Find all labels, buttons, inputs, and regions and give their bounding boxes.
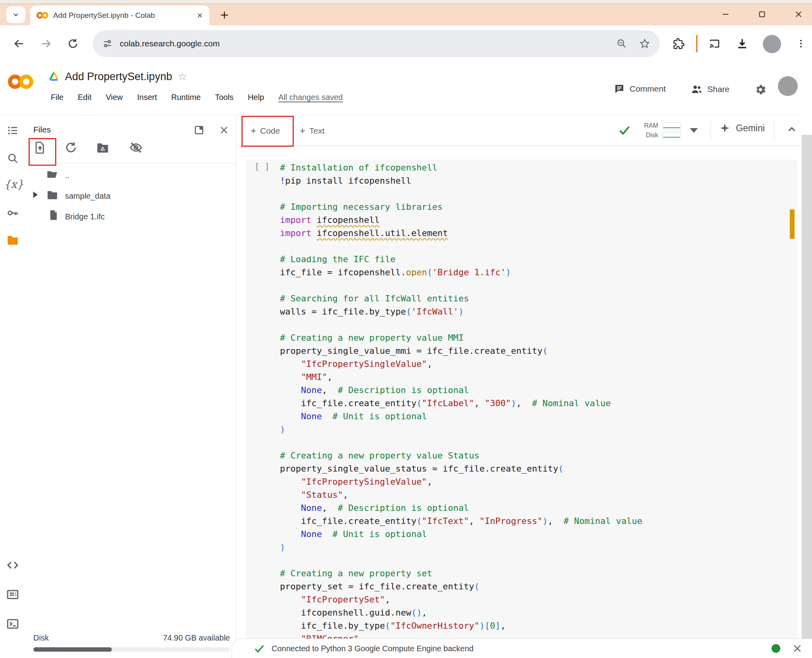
code-line[interactable] [280, 554, 642, 567]
code-line[interactable]: walls = ifc_file.by_type('IfcWall') [280, 305, 642, 318]
code-line[interactable] [280, 187, 642, 200]
toggle-hidden-files-button[interactable] [128, 140, 144, 155]
code-line[interactable]: "MMI", [280, 370, 642, 384]
site-info-icon[interactable] [102, 38, 113, 49]
runtime-dropdown-caret[interactable] [690, 128, 698, 133]
comment-button[interactable]: Comment [614, 83, 666, 94]
reload-button[interactable] [63, 34, 82, 53]
sidebar-item-code-snippets[interactable] [6, 558, 20, 572]
disk-usage-graph[interactable] [662, 132, 681, 139]
code-line[interactable]: # Searching for all IfcWall entities [280, 292, 642, 305]
downloads-icon[interactable] [733, 35, 751, 52]
code-line[interactable]: ifcopenshell.guid.new(), [280, 606, 642, 619]
cast-icon[interactable] [706, 35, 723, 52]
menu-view[interactable]: View [106, 93, 123, 102]
code-lines[interactable]: # Installation of ifcopenshell!pip insta… [280, 161, 642, 645]
browser-tab[interactable]: Add PropertySet.ipynb - Colab [30, 6, 209, 25]
browser-menu-button[interactable] [793, 35, 809, 52]
code-line[interactable]: None, # Description is optional [280, 501, 642, 514]
share-button[interactable]: Share [691, 83, 730, 95]
window-maximize-button[interactable] [750, 5, 774, 24]
code-line[interactable]: None # Unit is optional [280, 528, 642, 541]
add-code-button[interactable]: + Code [251, 122, 280, 140]
code-line[interactable] [280, 436, 642, 449]
collapse-toolbar-button[interactable] [786, 123, 798, 135]
account-avatar[interactable] [778, 76, 798, 96]
browser-profile-avatar[interactable] [763, 35, 781, 53]
sidebar-item-command-palette[interactable] [6, 587, 20, 602]
tree-item-bridge-ifc[interactable]: Bridge 1.ifc [65, 212, 105, 221]
address-bar[interactable]: colab.research.google.com [93, 30, 660, 57]
resource-labels[interactable]: RAM Disk [636, 121, 658, 140]
sidebar-item-variables[interactable]: {x} [4, 178, 24, 190]
ram-usage-graph[interactable] [662, 122, 681, 130]
bookmark-star-icon[interactable] [639, 38, 650, 49]
star-notebook-icon[interactable]: ☆ [178, 71, 187, 83]
menu-file[interactable]: File [51, 93, 63, 102]
code-line[interactable]: None, # Description is optional [280, 384, 642, 397]
code-line[interactable]: # Creating a new property set [280, 567, 642, 580]
expand-caret-icon[interactable] [33, 192, 38, 198]
colab-logo[interactable] [7, 72, 35, 91]
sidebar-item-search[interactable] [6, 151, 20, 165]
execution-check-indicator[interactable] [618, 123, 631, 137]
code-line[interactable]: property_set = ifc_file.create_entity( [280, 580, 642, 593]
vertical-scrollbar[interactable] [802, 135, 812, 639]
code-line[interactable]: "IfcPropertySingleValue", [280, 357, 642, 370]
menu-tools[interactable]: Tools [215, 93, 234, 102]
code-line[interactable]: # Installation of ifcopenshell [280, 161, 642, 174]
code-line[interactable]: ) [280, 541, 642, 554]
tab-close-icon[interactable] [197, 12, 203, 19]
code-line[interactable]: ifc_file = ifcopenshell.open('Bridge 1.i… [280, 266, 642, 279]
code-line[interactable]: import ifcopenshell [280, 213, 642, 226]
code-line[interactable]: ifc_file.create_entity("IfcText", "InPro… [280, 514, 642, 528]
refresh-files-button[interactable] [63, 140, 79, 155]
sidebar-item-terminal[interactable] [6, 617, 20, 631]
mount-drive-button[interactable] [95, 140, 110, 155]
menu-help[interactable]: Help [248, 93, 264, 102]
add-text-button[interactable]: + Text [300, 122, 325, 140]
code-line[interactable] [280, 240, 642, 253]
extensions-icon[interactable] [670, 35, 688, 52]
cell-run-indicator[interactable]: [ ] [255, 162, 270, 171]
window-minimize-button[interactable] [714, 5, 737, 24]
sidebar-item-secrets[interactable] [6, 206, 20, 220]
code-line[interactable]: None # Unit is optional [280, 410, 642, 423]
sidebar-item-files-active[interactable] [6, 233, 20, 247]
code-line[interactable]: ifc_file.create_entity("IfcLabel", "300"… [280, 397, 642, 410]
code-line[interactable]: !pip install ifcopenshell [280, 174, 642, 187]
code-line[interactable]: # Creating a new property value Status [280, 449, 642, 462]
code-line[interactable] [280, 279, 642, 292]
back-button[interactable] [10, 34, 29, 53]
code-line[interactable]: import ifcopenshell.util.element [280, 226, 642, 240]
zoom-out-icon[interactable] [616, 38, 627, 49]
forward-button[interactable] [36, 34, 56, 53]
dismiss-status-icon[interactable] [792, 643, 802, 654]
popout-panel-button[interactable] [193, 124, 205, 136]
window-close-button[interactable] [787, 5, 810, 24]
code-line[interactable]: property_single_value_status = ifc_file.… [280, 462, 642, 475]
menu-runtime[interactable]: Runtime [171, 93, 201, 102]
tree-item-sample-data[interactable]: sample_data [65, 192, 111, 201]
tree-item-parent-dir[interactable]: .. [65, 171, 69, 180]
new-tab-button[interactable] [216, 7, 232, 23]
tab-search-chevron-button[interactable] [6, 6, 25, 23]
code-line[interactable]: ) [280, 423, 642, 436]
save-status[interactable]: All changes saved [278, 93, 343, 102]
code-line[interactable]: # Importing necessary libraries [280, 200, 642, 213]
code-line[interactable] [280, 318, 642, 331]
close-files-panel-button[interactable] [218, 124, 230, 136]
notebook-title[interactable]: Add PropertySet.ipynb [65, 71, 172, 83]
code-line[interactable]: "Status", [280, 488, 642, 501]
code-line[interactable]: "IfcPropertySet", [280, 593, 642, 606]
code-line[interactable]: ifc_file.by_type("IfcOwnerHistory")[0], [280, 619, 642, 632]
settings-gear-button[interactable] [753, 82, 768, 98]
gemini-button[interactable]: Gemini [719, 123, 765, 134]
menu-insert[interactable]: Insert [137, 93, 157, 102]
code-line[interactable]: property_single_value_mmi = ifc_file.cre… [280, 344, 642, 357]
code-line[interactable]: "IfcPropertySingleValue", [280, 475, 642, 488]
code-line[interactable]: # Creating a new property value MMI [280, 331, 642, 344]
code-line[interactable]: # Loading the IFC file [280, 253, 642, 266]
menu-edit[interactable]: Edit [78, 93, 91, 102]
sidebar-item-table-of-contents[interactable] [6, 123, 20, 138]
